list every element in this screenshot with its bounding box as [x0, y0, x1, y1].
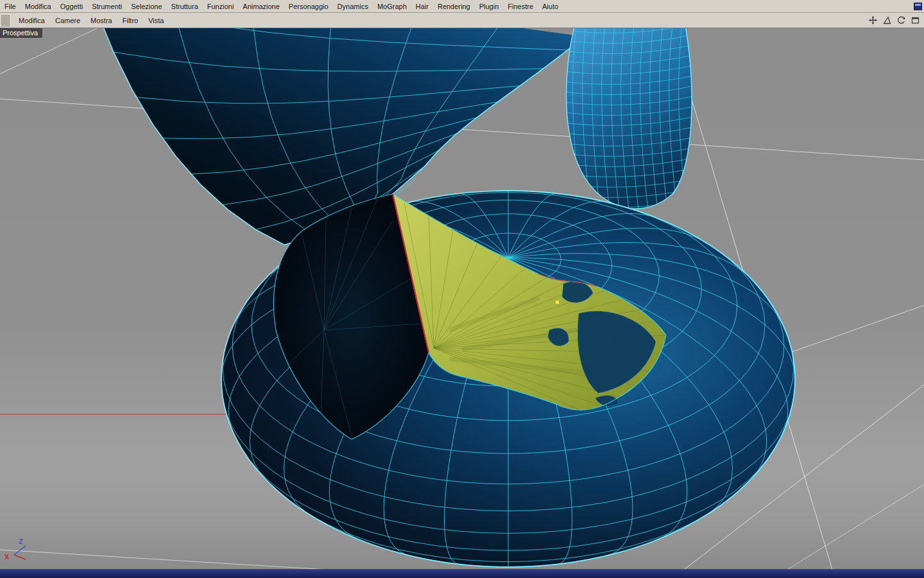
- viewport-3d: Prospettiva Z X: [0, 28, 924, 569]
- scene-canvas[interactable]: [0, 28, 924, 569]
- menu-struttura[interactable]: Struttura: [167, 0, 203, 13]
- menu-mograph[interactable]: MoGraph: [373, 0, 411, 13]
- menu-plugin[interactable]: Plugin: [475, 0, 504, 13]
- application-window: File Modifica Oggetti Strumenti Selezion…: [0, 0, 924, 578]
- menu-hair[interactable]: Hair: [411, 0, 433, 13]
- menu-rendering[interactable]: Rendering: [433, 0, 475, 13]
- viewport-controls: [868, 15, 920, 25]
- vpmenu-mostra[interactable]: Mostra: [85, 13, 117, 28]
- menu-modifica[interactable]: Modifica: [21, 0, 56, 13]
- vpmenu-camere[interactable]: Camere: [50, 13, 85, 28]
- vpmenu-filtro[interactable]: Filtro: [117, 13, 143, 28]
- menu-selezione[interactable]: Selezione: [126, 0, 166, 13]
- axis-z-label: Z: [19, 538, 23, 545]
- camera-move-icon[interactable]: [868, 15, 878, 25]
- menu-aiuto[interactable]: Aiuto: [538, 0, 563, 13]
- axis-x-label: X: [4, 553, 9, 561]
- drag-grip-icon[interactable]: [1, 15, 10, 26]
- viewport-menubar: Modifica Camere Mostra Filtro Vista: [0, 13, 924, 28]
- camera-rotate-icon[interactable]: [896, 15, 906, 25]
- menu-funzioni[interactable]: Funzioni: [203, 0, 239, 13]
- menu-dynamics[interactable]: Dynamics: [333, 0, 373, 13]
- menu-strumenti[interactable]: Strumenti: [87, 0, 126, 13]
- camera-scale-icon[interactable]: [882, 15, 892, 25]
- menu-file[interactable]: File: [0, 0, 21, 13]
- timeline-collapsed-bar[interactable]: [0, 569, 924, 578]
- vpmenu-vista[interactable]: Vista: [143, 13, 169, 28]
- viewport-toggle-icon[interactable]: [911, 15, 920, 25]
- menu-animazione[interactable]: Animazione: [238, 0, 284, 13]
- main-menubar: File Modifica Oggetti Strumenti Selezion…: [0, 0, 924, 13]
- menu-finestre[interactable]: Finestre: [503, 0, 538, 13]
- vpmenu-modifica[interactable]: Modifica: [13, 13, 50, 28]
- menu-oggetti[interactable]: Oggetti: [56, 0, 87, 13]
- window-grid-icon[interactable]: [914, 3, 922, 10]
- menu-personaggio[interactable]: Personaggio: [284, 0, 333, 13]
- viewport-label: Prospettiva: [0, 28, 42, 38]
